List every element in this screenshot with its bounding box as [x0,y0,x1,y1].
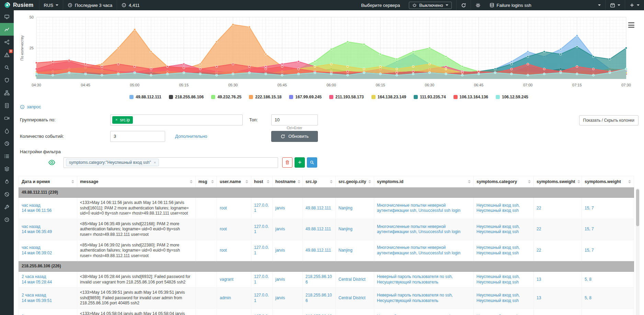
sweight-link[interactable]: 22 [537,206,541,210]
sidebar-item-incidents[interactable] [0,175,14,188]
timestamp-link[interactable]: 14 мая 05:39:51 [22,298,74,304]
hostname-link[interactable]: jarvis [275,227,285,231]
column-header-message[interactable]: message [77,176,196,187]
sweight-link[interactable]: 13 [537,277,541,282]
src_ip-link[interactable]: 49.88.112.111 [306,206,331,210]
add-new-dropdown[interactable] [625,0,644,10]
group-header-row[interactable]: 49.88.112.111 (239) [19,187,634,198]
symptoms_id-link[interactable]: Многочисленные попытки неверной аутентиф… [377,245,460,255]
remove-filter-icon[interactable]: × [154,161,156,165]
sort-icon[interactable] [245,180,248,183]
city-link[interactable]: Central District [338,295,366,300]
column-header-user-name[interactable]: user.name [217,176,251,187]
refresh-results-button[interactable]: Обновить [271,131,318,142]
user-link[interactable]: admin [220,295,231,300]
sidebar-item-statistics[interactable] [0,137,14,150]
legend-item[interactable]: 111.93.235.74 [414,95,446,99]
city-link[interactable]: Central District [338,277,366,282]
add-filter-button[interactable] [295,157,305,168]
column-header-host[interactable]: host [251,176,273,187]
weight-link[interactable]: 5, 8 [585,295,591,300]
legend-item[interactable]: 164.138.23.149 [371,95,406,99]
sidebar-item-correlation[interactable] [0,36,14,48]
time-range-dropdown[interactable]: Последние 3 часа [63,0,117,10]
chart-export-menu-icon[interactable] [628,22,635,28]
sort-icon[interactable] [528,180,531,183]
symptoms_category-link[interactable]: Неуспешный вход ssh, Неуспешный вход ssh [476,293,520,303]
column-header-symptoms-weight[interactable]: symptoms.weight [582,176,634,187]
timestamp-link[interactable]: 14 мая 06:11:56 [22,208,74,214]
sort-icon[interactable] [330,180,333,183]
table-scrollbar[interactable] [636,188,640,315]
sidebar-item-monitor[interactable] [0,10,14,23]
sidebar-item-capture[interactable] [0,112,14,124]
src_ip-link[interactable]: 49.88.112.111 [306,248,331,253]
symptoms_category-link[interactable]: Неуспешный вход ssh, Неуспешный вход ssh [476,245,520,255]
host-link[interactable]: 127.0.0.1 [254,224,269,234]
sort-icon[interactable] [368,180,371,183]
column-header-src-geoip-city[interactable]: src.geoip.city [336,176,374,187]
sidebar-item-lists[interactable] [0,150,14,162]
column-header-hostname[interactable]: hostname [273,176,303,187]
user-link[interactable]: root [220,248,227,253]
sidebar-item-analytics[interactable] [0,23,14,36]
legend-item[interactable]: 218.255.86.106 [169,95,204,99]
src_ip-link[interactable]: 218.255.86.106 [306,274,332,284]
dashboards-dropdown[interactable] [605,0,625,10]
event-row[interactable]: час назад14 мая 06:39:02<85>May 14 06:39… [19,240,634,261]
sidebar-item-tools[interactable] [0,201,14,213]
symptoms_category-link[interactable]: Неуспешный вход ssh, Неуспешный вход ssh [476,203,520,213]
hostname-link[interactable]: jarvis [275,206,285,210]
legend-item[interactable]: 49.88.112.111 [129,95,161,99]
legend-item[interactable]: 49.232.76.25 [211,95,241,99]
column-header-msg[interactable]: msg [196,176,217,187]
delete-filter-button[interactable] [282,157,292,168]
event-row[interactable]: 2 часа назад14 мая 05:58:04<133>May 14 0… [19,309,634,315]
user-link[interactable]: root [220,227,227,231]
sweight-link[interactable]: 22 [537,227,541,231]
symptoms_id-link[interactable]: Многочисленные попытки неверной аутентиф… [377,203,460,213]
sort-icon[interactable] [211,180,214,183]
toggle-columns-button[interactable]: Показать / Скрыть колонки [579,115,639,125]
filter-query-input[interactable]: symptoms.category:"Неуспешный вход ssh" … [64,157,278,168]
symptoms_id-link[interactable]: Многочисленные попытки неверной аутентиф… [377,224,460,234]
timestamp-link[interactable]: 14 мая 05:28:44 [22,280,74,285]
city-link[interactable]: Nanjing [338,206,353,210]
column-header-symptoms-id[interactable]: symptoms.id [374,176,474,187]
sweight-link[interactable]: 13 [537,295,541,300]
time-ago-link[interactable]: час назад [22,245,74,251]
app-logo[interactable]: Rusiem [0,0,39,10]
sidebar-item-blocked[interactable] [0,188,14,201]
eye-icon[interactable] [48,159,56,167]
group-header-row[interactable]: 218.255.86.106 (226) [19,261,634,272]
host-link[interactable]: 127.0.0.1 [254,203,269,213]
events-chart-svg[interactable]: 2550По количеству04:3004:4505:0005:1505:… [19,14,632,93]
preset-dropdown[interactable]: Failure logins ssh [485,0,605,10]
column-header-symptoms-category[interactable]: symptoms.category [474,176,534,187]
host-link[interactable]: 127.0.0.1 [254,293,269,303]
event-count-input[interactable] [110,131,165,142]
sweight-link[interactable]: 22 [537,248,541,253]
weight-link[interactable]: 15, 7 [585,206,594,210]
weight-link[interactable]: 15, 7 [585,227,594,231]
settings-nav-button[interactable] [471,0,485,10]
event-row[interactable]: 2 часа назад14 мая 05:39:51<133>May 14 0… [19,288,634,309]
timestamp-link[interactable]: 14 мая 06:35:49 [22,229,74,235]
group-by-input[interactable]: × src.ip [110,114,243,125]
city-link[interactable]: Nanjing [338,227,353,231]
sort-icon[interactable] [71,180,74,183]
user-link[interactable]: root [220,206,227,210]
legend-item[interactable]: 167.99.69.245 [289,95,322,99]
top-input[interactable] [271,114,318,125]
src_ip-link[interactable]: 49.88.112.111 [306,227,331,231]
weight-link[interactable]: 15, 7 [585,248,594,253]
sort-icon[interactable] [298,180,300,183]
sort-icon[interactable] [468,180,471,183]
sidebar-item-flows[interactable] [0,124,14,137]
sort-icon[interactable] [628,180,631,183]
src_ip-link[interactable]: 218.255.86.106 [306,293,332,303]
host-link[interactable]: 127.0.0.1 [254,274,269,284]
symptoms_category-link[interactable]: Неуспешный вход ssh, Неуспешный вход ssh [476,224,520,234]
sidebar-item-layers[interactable] [0,162,14,175]
timestamp-link[interactable]: 14 мая 06:39:02 [22,251,74,256]
